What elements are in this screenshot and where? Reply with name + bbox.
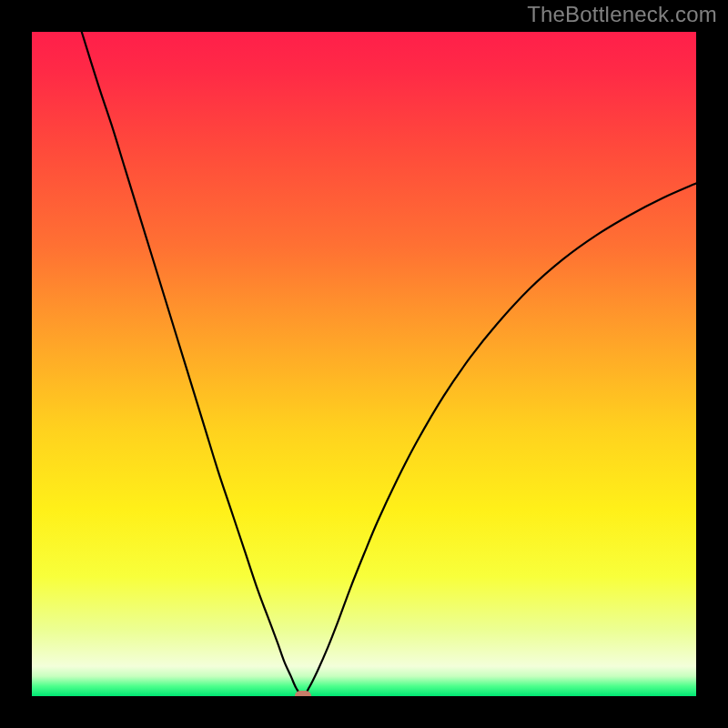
watermark-label: TheBottleneck.com <box>527 2 717 27</box>
chart-container: TheBottleneck.com <box>0 0 728 728</box>
bottleneck-curve <box>32 32 696 696</box>
plot-area <box>32 32 696 696</box>
min-point-marker <box>295 691 311 696</box>
